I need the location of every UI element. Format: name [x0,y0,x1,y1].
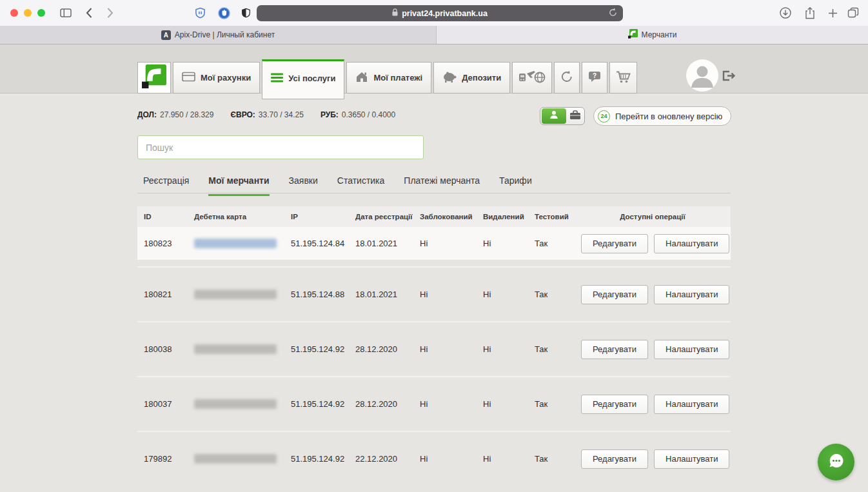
browser-tab-apix[interactable]: A Apix-Drive | Личный кабинет [0,26,437,44]
merchants-table: IDДебетна картаIPДата реєстраціїЗаблоков… [137,206,731,486]
forward-icon[interactable] [104,7,117,19]
piggy-icon [442,72,457,84]
configure-button[interactable]: Налаштувати [654,449,729,469]
edit-button[interactable]: Редагувати [581,340,648,359]
upgrade-version-button[interactable]: 24 Перейти в оновлену версію [593,106,731,126]
share-icon[interactable] [804,7,816,19]
merchant-id: 180823 [137,239,188,248]
currency-value: 33.70 / 34.25 [259,110,304,119]
address-bar[interactable]: privat24.privatbank.ua [257,5,623,21]
edit-button[interactable]: Редагувати [581,449,648,469]
user-area [686,59,736,94]
home-icon [355,71,368,84]
deleted-value: Ні [477,239,528,248]
edit-button[interactable]: Редагувати [581,234,648,253]
edit-button[interactable]: Редагувати [581,395,648,414]
business-account-button[interactable] [566,110,584,123]
nav-tab-help[interactable]: ? [582,62,607,93]
column-header: Тестовий [528,213,575,221]
close-window-button[interactable] [10,9,18,17]
currency-rate: ЄВРО:33.70 / 34.25 [230,110,303,119]
extension-shield-icon[interactable] [193,7,206,19]
minimize-window-button[interactable] [24,9,32,17]
nav-tab-list[interactable]: Усі послуги [262,59,344,99]
reload-icon[interactable] [609,8,617,19]
blocked-value: Ні [413,399,477,409]
upgrade-version-label: Перейти в оновлену версію [615,112,722,121]
nav-tab-piggy[interactable]: Депозити [433,62,510,93]
lock-icon [392,8,398,18]
configure-button[interactable]: Налаштувати [654,234,729,253]
card-number-redacted [194,290,277,299]
configure-button[interactable]: Налаштувати [654,340,729,359]
personal-account-button[interactable] [542,108,566,124]
registration-date: 18.01.2021 [349,239,413,248]
nav-tab-label: Мої платежі [373,73,422,83]
debit-card-cell [188,290,284,299]
main-navigation: Мої рахунки Усі послуги Мої платежі Депо… [137,56,639,96]
row-actions: Редагувати Налаштувати [575,449,731,469]
registration-date: 18.01.2021 [349,290,413,299]
row-actions: Редагувати Налаштувати [575,285,731,304]
registration-date: 28.12.2020 [349,344,413,354]
card-number-redacted [194,454,277,464]
nav-tab-cart[interactable] [609,62,637,93]
nav-tab-travel[interactable] [512,62,552,93]
nav-tab-home[interactable]: Мої платежі [346,62,431,93]
chat-button[interactable] [818,444,854,480]
table-row: 179892 51.195.124.92 22.12.2020 Ні Ні Та… [137,431,731,486]
table-row: 180037 51.195.124.92 28.12.2020 Ні Ні Та… [137,376,731,431]
browser-tab-merchants[interactable]: Мерчанти [437,26,868,44]
search-input[interactable] [137,135,424,159]
configure-button[interactable]: Налаштувати [654,285,729,304]
card-number-redacted [194,399,277,409]
extension-privacy-shield-icon[interactable] [239,7,252,19]
zoom-window-button[interactable] [37,9,45,17]
table-row: 180823 51.195.124.84 18.01.2021 Ні Ні Та… [137,227,731,260]
browser-toolbar: privat24.privatbank.ua [0,0,868,26]
nav-tab-history[interactable] [554,62,580,93]
privat24-badge: 24 [598,110,610,123]
privatbank-logo [142,64,166,91]
url-text: privat24.privatbank.ua [402,9,488,18]
column-header: Заблокований [413,213,477,221]
new-tab-icon[interactable] [826,7,839,19]
column-header: Доступні операції [575,213,731,221]
blocked-value: Ні [413,344,477,354]
currency-value: 27.950 / 28.329 [160,110,213,119]
edit-button[interactable]: Редагувати [581,285,648,304]
table-row: 180821 51.195.124.88 18.01.2021 Ні Ні Та… [137,266,731,321]
deleted-value: Ні [477,454,528,464]
extension-blocker-icon[interactable] [217,7,230,19]
blocked-value: Ні [413,239,477,248]
sidebar-icon[interactable] [59,7,72,19]
currency-value: 0.3650 / 0.4000 [342,110,395,119]
nav-tab-card[interactable]: Мої рахунки [173,62,260,93]
debit-card-cell [188,454,284,464]
debit-card-cell [188,344,284,354]
logout-icon[interactable] [722,70,736,84]
merchant-ip: 51.195.124.92 [284,344,349,354]
browser-tab-strip: A Apix-Drive | Личный кабинет Мерчанти [0,26,868,44]
card-number-redacted [194,344,277,354]
configure-button[interactable]: Налаштувати [654,395,729,414]
tab-overview-icon[interactable] [847,7,860,19]
privatbank-logo-tab[interactable] [137,62,171,93]
browser-tab-label: Apix-Drive | Личный кабинет [175,30,275,39]
browser-window: privat24.privatbank.ua A Apix-Drive | Ли… [0,0,868,492]
currency-label: ЄВРО: [230,110,255,119]
registration-date: 22.12.2020 [349,454,413,464]
currency-label: РУБ: [321,110,339,119]
back-icon[interactable] [83,7,95,19]
currency-rate: РУБ:0.3650 / 0.4000 [321,110,395,119]
downloads-icon[interactable] [779,7,792,19]
row-actions: Редагувати Налаштувати [575,395,731,414]
deleted-value: Ні [477,290,528,299]
nav-tab-label: Усі послуги [288,74,335,83]
merchant-ip: 51.195.124.92 [284,399,349,409]
row-actions: Редагувати Налаштувати [575,340,731,359]
cart-icon [616,71,631,85]
avatar[interactable] [686,59,718,94]
test-value: Так [528,344,575,354]
card-icon [182,72,195,84]
